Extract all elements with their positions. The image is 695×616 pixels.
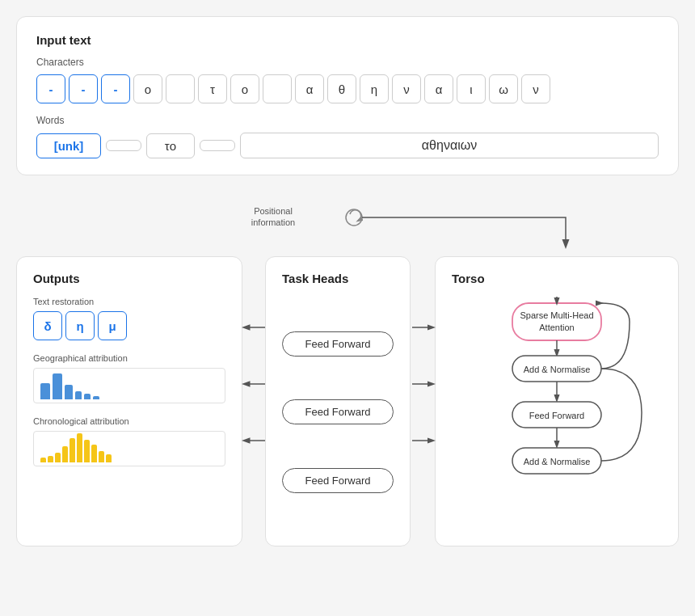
words-row: [unk] τo αθηναιων — [36, 133, 659, 158]
outputs-title: Outputs — [33, 272, 225, 285]
th-ff-1: Feed Forward — [282, 331, 394, 357]
connector-svg-1 — [242, 256, 265, 515]
svg-text:Sparse Multi-Head: Sparse Multi-Head — [520, 310, 593, 320]
char-box-16: ν — [521, 74, 550, 103]
char-box-8 — [263, 74, 292, 103]
positional-text2: information — [251, 217, 295, 227]
positional-text: Positional — [254, 206, 293, 216]
chrono-bar-4 — [62, 446, 68, 462]
char-box-3: - — [101, 74, 130, 103]
svg-rect-7 — [512, 303, 601, 340]
geo-bar-2 — [53, 373, 62, 399]
chrono-bar-9 — [99, 451, 104, 462]
geo-bar-1 — [40, 383, 50, 399]
char-box-7: ο — [230, 74, 259, 103]
chrono-bar-1 — [40, 458, 46, 462]
outputs-panel: Outputs Text restoration δ η μ Geographi… — [16, 256, 242, 546]
characters-label: Characters — [36, 57, 659, 68]
char-box-15: ω — [489, 74, 518, 103]
char-box-4: ο — [133, 74, 162, 103]
word-box-unk: [unk] — [36, 133, 101, 158]
text-restoration-label: Text restoration — [33, 297, 225, 306]
torso-diagram-svg: Sparse Multi-Head Attention Add & Normal… — [452, 297, 662, 531]
chrono-bar-2 — [48, 456, 53, 462]
torso-title: Torso — [452, 272, 662, 285]
char-box-6: τ — [198, 74, 227, 103]
th-ff-2: Feed Forward — [282, 399, 394, 424]
char-box-11: η — [360, 74, 389, 103]
th-ff-3: Feed Forward — [282, 468, 394, 493]
chrono-label: Chronological attribution — [33, 416, 225, 426]
geo-bar-3 — [65, 385, 73, 399]
chrono-bar-6 — [77, 433, 82, 462]
char-box-1: - — [36, 74, 65, 103]
words-label: Words — [36, 115, 659, 126]
geo-bar-4 — [75, 391, 82, 399]
chrono-bar-8 — [91, 445, 97, 462]
svg-text:Feed Forward: Feed Forward — [529, 411, 584, 420]
chrono-bar-7 — [84, 440, 90, 462]
svg-text:Attention: Attention — [539, 323, 574, 332]
connector-svg-2 — [411, 256, 435, 515]
word-box-empty2 — [200, 140, 235, 151]
chrono-bar-3 — [55, 453, 61, 462]
chrono-bar-chart — [33, 431, 225, 466]
word-box-athinaion: αθηναιων — [240, 133, 659, 158]
geo-bar-chart — [33, 368, 225, 403]
chrono-bar-10 — [106, 454, 112, 462]
geo-bar-6 — [93, 396, 99, 399]
output-tokens: δ η μ — [33, 311, 225, 340]
positional-area: Positional information — [16, 192, 679, 256]
task-heads-title: Task Heads — [282, 272, 394, 293]
middle-row: Outputs Text restoration δ η μ Geographi… — [16, 256, 679, 546]
token-eta: η — [65, 311, 95, 340]
main-wrapper: Input text Characters - - - ο τ ο α θ η … — [16, 16, 679, 546]
characters-row: - - - ο τ ο α θ η ν α ι ω ν — [36, 74, 659, 103]
token-delta: δ — [33, 311, 62, 340]
torso-panel: Torso Sparse Multi-Head Attention — [435, 256, 679, 546]
char-box-9: α — [295, 74, 324, 103]
connector-th-torso — [411, 256, 435, 546]
char-box-14: ι — [457, 74, 486, 103]
word-box-empty1 — [106, 140, 141, 151]
char-box-5 — [166, 74, 195, 103]
char-box-10: θ — [327, 74, 356, 103]
char-box-2: - — [69, 74, 98, 103]
svg-text:Add & Normalise: Add & Normalise — [524, 365, 591, 374]
geo-bar-5 — [84, 394, 91, 399]
positional-svg: Positional information — [16, 192, 695, 256]
input-panel: Input text Characters - - - ο τ ο α θ η … — [16, 16, 679, 175]
input-panel-title: Input text — [36, 33, 659, 47]
word-box-to: τo — [146, 133, 195, 158]
connector-outputs-th — [242, 256, 265, 546]
svg-text:Add & Normalise: Add & Normalise — [524, 457, 591, 466]
token-mu: μ — [98, 311, 127, 340]
geo-label: Geographical attribution — [33, 353, 225, 363]
task-heads-panel: Task Heads Feed Forward Feed Forward Fee… — [265, 256, 411, 546]
char-box-13: α — [424, 74, 453, 103]
char-box-12: ν — [392, 74, 421, 103]
chrono-bar-5 — [70, 438, 75, 462]
task-heads-ff-container: Feed Forward Feed Forward Feed Forward — [282, 293, 394, 531]
